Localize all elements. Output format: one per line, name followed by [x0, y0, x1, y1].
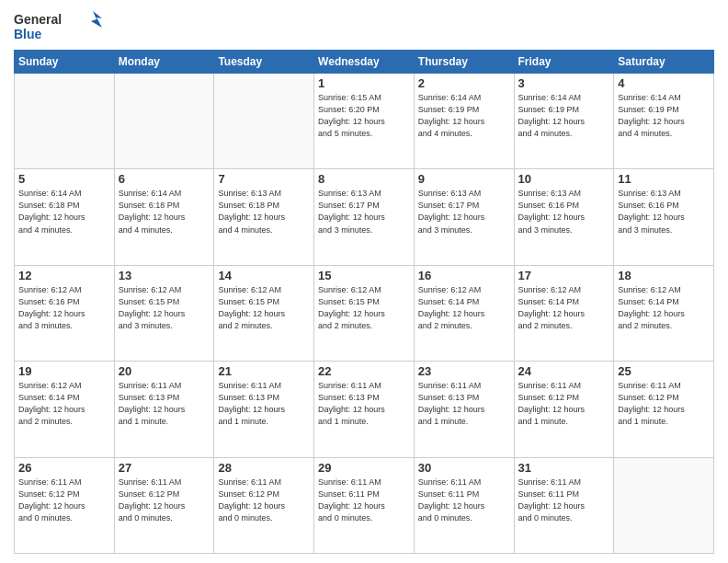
calendar-cell: 1Sunrise: 6:15 AMSunset: 6:20 PMDaylight…	[314, 74, 415, 169]
day-info: Sunrise: 6:13 AMSunset: 6:17 PMDaylight:…	[418, 188, 510, 236]
day-number: 1	[318, 76, 410, 90]
day-number: 8	[318, 172, 410, 186]
weekday-header-thursday: Thursday	[414, 51, 514, 74]
calendar-cell: 20Sunrise: 6:11 AMSunset: 6:13 PMDayligh…	[114, 362, 214, 457]
logo-svg: General Blue	[14, 9, 106, 42]
day-number: 23	[418, 364, 510, 378]
day-number: 19	[18, 364, 110, 378]
page-header: General Blue	[14, 9, 714, 42]
day-number: 15	[318, 269, 410, 282]
day-number: 29	[318, 461, 410, 475]
calendar-week-1: 5Sunrise: 6:14 AMSunset: 6:18 PMDaylight…	[15, 169, 714, 265]
day-number: 6	[119, 172, 210, 186]
day-info: Sunrise: 6:14 AMSunset: 6:19 PMDaylight:…	[418, 92, 510, 140]
day-info: Sunrise: 6:11 AMSunset: 6:13 PMDaylight:…	[119, 380, 210, 428]
calendar-cell: 31Sunrise: 6:11 AMSunset: 6:11 PMDayligh…	[514, 457, 614, 553]
calendar-cell: 22Sunrise: 6:11 AMSunset: 6:13 PMDayligh…	[314, 362, 415, 457]
day-number: 14	[218, 269, 310, 282]
day-number: 5	[18, 172, 110, 186]
day-number: 13	[119, 269, 210, 282]
calendar-cell: 28Sunrise: 6:11 AMSunset: 6:12 PMDayligh…	[214, 457, 314, 553]
calendar-cell	[15, 74, 115, 169]
weekday-header-wednesday: Wednesday	[314, 51, 415, 74]
calendar-cell: 19Sunrise: 6:12 AMSunset: 6:14 PMDayligh…	[15, 362, 115, 457]
day-info: Sunrise: 6:11 AMSunset: 6:13 PMDaylight:…	[318, 380, 410, 428]
day-info: Sunrise: 6:14 AMSunset: 6:19 PMDaylight:…	[518, 92, 610, 140]
day-number: 9	[418, 172, 510, 186]
calendar-cell: 17Sunrise: 6:12 AMSunset: 6:14 PMDayligh…	[514, 265, 614, 361]
calendar-cell: 25Sunrise: 6:11 AMSunset: 6:12 PMDayligh…	[614, 362, 714, 457]
calendar-cell: 23Sunrise: 6:11 AMSunset: 6:13 PMDayligh…	[414, 362, 514, 457]
day-info: Sunrise: 6:13 AMSunset: 6:18 PMDaylight:…	[218, 188, 310, 236]
calendar-cell: 7Sunrise: 6:13 AMSunset: 6:18 PMDaylight…	[214, 169, 314, 265]
day-number: 22	[318, 364, 410, 378]
calendar-cell: 14Sunrise: 6:12 AMSunset: 6:15 PMDayligh…	[214, 265, 314, 361]
day-info: Sunrise: 6:11 AMSunset: 6:12 PMDaylight:…	[618, 380, 710, 428]
calendar-week-4: 26Sunrise: 6:11 AMSunset: 6:12 PMDayligh…	[15, 457, 714, 553]
calendar-cell: 12Sunrise: 6:12 AMSunset: 6:16 PMDayligh…	[15, 265, 115, 361]
calendar-cell: 5Sunrise: 6:14 AMSunset: 6:18 PMDaylight…	[15, 169, 115, 265]
calendar-cell: 30Sunrise: 6:11 AMSunset: 6:11 PMDayligh…	[414, 457, 514, 553]
day-info: Sunrise: 6:14 AMSunset: 6:18 PMDaylight:…	[119, 188, 210, 236]
day-info: Sunrise: 6:15 AMSunset: 6:20 PMDaylight:…	[318, 92, 410, 140]
day-info: Sunrise: 6:12 AMSunset: 6:14 PMDaylight:…	[418, 284, 510, 332]
day-info: Sunrise: 6:13 AMSunset: 6:16 PMDaylight:…	[618, 188, 710, 236]
day-number: 17	[518, 269, 610, 282]
calendar-cell	[214, 74, 314, 169]
day-info: Sunrise: 6:12 AMSunset: 6:15 PMDaylight:…	[318, 284, 410, 332]
calendar-cell: 9Sunrise: 6:13 AMSunset: 6:17 PMDaylight…	[414, 169, 514, 265]
day-number: 25	[618, 364, 710, 378]
calendar-cell: 27Sunrise: 6:11 AMSunset: 6:12 PMDayligh…	[114, 457, 214, 553]
calendar-cell: 10Sunrise: 6:13 AMSunset: 6:16 PMDayligh…	[514, 169, 614, 265]
calendar-cell: 26Sunrise: 6:11 AMSunset: 6:12 PMDayligh…	[15, 457, 115, 553]
day-info: Sunrise: 6:14 AMSunset: 6:18 PMDaylight:…	[18, 188, 110, 236]
day-info: Sunrise: 6:12 AMSunset: 6:14 PMDaylight:…	[618, 284, 710, 332]
calendar-cell: 8Sunrise: 6:13 AMSunset: 6:17 PMDaylight…	[314, 169, 415, 265]
day-number: 24	[518, 364, 610, 378]
weekday-header-monday: Monday	[114, 51, 214, 74]
calendar-cell: 2Sunrise: 6:14 AMSunset: 6:19 PMDaylight…	[414, 74, 514, 169]
day-number: 16	[418, 269, 510, 282]
calendar-cell: 24Sunrise: 6:11 AMSunset: 6:12 PMDayligh…	[514, 362, 614, 457]
day-number: 10	[518, 172, 610, 186]
page-container: General Blue SundayMondayTuesdayWednesda…	[0, 0, 728, 563]
day-info: Sunrise: 6:11 AMSunset: 6:11 PMDaylight:…	[318, 477, 410, 524]
day-info: Sunrise: 6:12 AMSunset: 6:14 PMDaylight:…	[18, 380, 110, 428]
day-info: Sunrise: 6:14 AMSunset: 6:19 PMDaylight:…	[618, 92, 710, 140]
calendar-cell: 16Sunrise: 6:12 AMSunset: 6:14 PMDayligh…	[414, 265, 514, 361]
weekday-header-tuesday: Tuesday	[214, 51, 314, 74]
calendar-cell	[114, 74, 214, 169]
day-info: Sunrise: 6:11 AMSunset: 6:12 PMDaylight:…	[218, 477, 310, 524]
calendar-cell: 6Sunrise: 6:14 AMSunset: 6:18 PMDaylight…	[114, 169, 214, 265]
day-info: Sunrise: 6:11 AMSunset: 6:13 PMDaylight:…	[418, 380, 510, 428]
day-number: 4	[618, 76, 710, 90]
day-info: Sunrise: 6:11 AMSunset: 6:12 PMDaylight:…	[119, 477, 210, 524]
day-number: 28	[218, 461, 310, 475]
calendar-cell: 29Sunrise: 6:11 AMSunset: 6:11 PMDayligh…	[314, 457, 415, 553]
calendar-cell: 3Sunrise: 6:14 AMSunset: 6:19 PMDaylight…	[514, 74, 614, 169]
calendar-week-0: 1Sunrise: 6:15 AMSunset: 6:20 PMDaylight…	[15, 74, 714, 169]
calendar-cell: 13Sunrise: 6:12 AMSunset: 6:15 PMDayligh…	[114, 265, 214, 361]
day-number: 11	[618, 172, 710, 186]
day-info: Sunrise: 6:12 AMSunset: 6:14 PMDaylight:…	[518, 284, 610, 332]
day-info: Sunrise: 6:12 AMSunset: 6:15 PMDaylight:…	[218, 284, 310, 332]
weekday-header-sunday: Sunday	[15, 51, 115, 74]
calendar-cell: 4Sunrise: 6:14 AMSunset: 6:19 PMDaylight…	[614, 74, 714, 169]
svg-marker-2	[91, 11, 102, 28]
calendar-cell: 15Sunrise: 6:12 AMSunset: 6:15 PMDayligh…	[314, 265, 415, 361]
weekday-header-saturday: Saturday	[614, 51, 714, 74]
calendar-table: SundayMondayTuesdayWednesdayThursdayFrid…	[14, 50, 714, 554]
calendar-cell	[614, 457, 714, 553]
day-info: Sunrise: 6:11 AMSunset: 6:12 PMDaylight:…	[518, 380, 610, 428]
day-number: 12	[18, 269, 110, 282]
day-number: 31	[518, 461, 610, 475]
logo: General Blue	[14, 9, 106, 42]
day-info: Sunrise: 6:13 AMSunset: 6:17 PMDaylight:…	[318, 188, 410, 236]
day-number: 21	[218, 364, 310, 378]
day-number: 20	[119, 364, 210, 378]
day-info: Sunrise: 6:11 AMSunset: 6:13 PMDaylight:…	[218, 380, 310, 428]
calendar-cell: 21Sunrise: 6:11 AMSunset: 6:13 PMDayligh…	[214, 362, 314, 457]
day-number: 26	[18, 461, 110, 475]
day-number: 7	[218, 172, 310, 186]
day-info: Sunrise: 6:12 AMSunset: 6:16 PMDaylight:…	[18, 284, 110, 332]
